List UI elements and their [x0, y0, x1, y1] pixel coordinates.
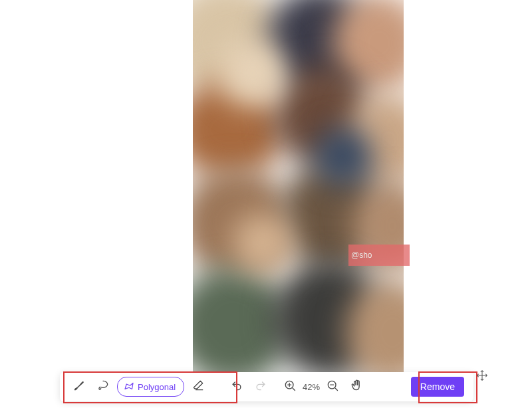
zoom-out-button[interactable] — [323, 377, 342, 397]
redo-button — [251, 377, 271, 397]
polygonal-label: Polygonal — [138, 382, 176, 392]
brush-icon — [72, 379, 86, 395]
undo-icon — [230, 379, 243, 395]
watermark-strip: @sho — [348, 245, 410, 266]
lasso-icon — [96, 379, 110, 395]
pan-tool[interactable] — [346, 377, 366, 397]
eraser-icon — [192, 379, 205, 395]
redo-icon — [254, 379, 267, 395]
polygonal-tool[interactable]: Polygonal — [117, 377, 184, 397]
zoom-in-icon — [283, 379, 297, 395]
polygon-icon — [123, 380, 135, 394]
hand-icon — [350, 379, 363, 395]
lasso-tool[interactable] — [93, 377, 113, 397]
undo-button[interactable] — [227, 377, 247, 397]
eraser-tool[interactable] — [188, 377, 208, 397]
move-cursor-icon — [476, 369, 488, 381]
remove-button[interactable]: Remove — [411, 377, 464, 397]
editor-toolbar: Polygonal 42% Remove — [60, 372, 473, 401]
zoom-out-icon — [326, 379, 339, 395]
watermark-text: @sho — [351, 251, 372, 260]
zoom-level: 42% — [303, 382, 320, 392]
zoom-in-button[interactable] — [280, 377, 300, 397]
brush-tool[interactable] — [69, 377, 89, 397]
image-canvas[interactable] — [193, 0, 404, 372]
